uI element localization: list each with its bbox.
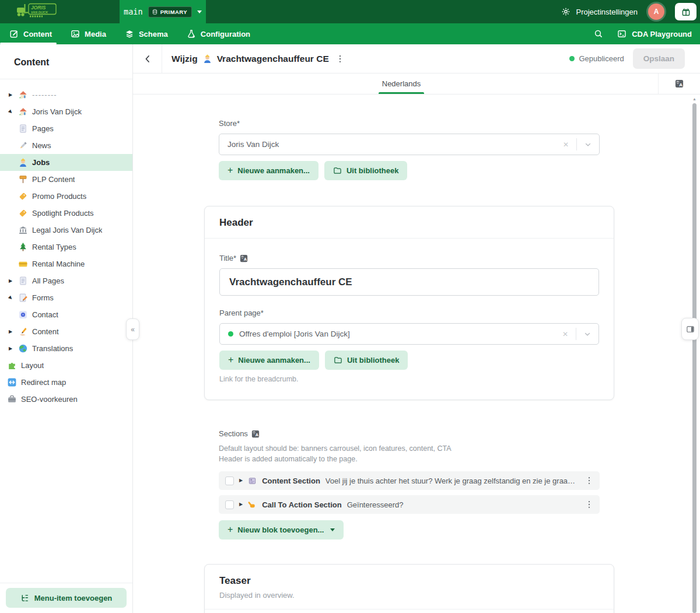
sidebar-item-rental-types[interactable]: ▶Rental Types <box>0 239 132 255</box>
sidebar-item-all-pages[interactable]: ▶All Pages <box>0 272 132 289</box>
add-block-button[interactable]: + Nieuw blok toevoegen... <box>219 520 344 540</box>
sidebar-item-spotlight-products[interactable]: ▶Spotlight Products <box>0 205 132 222</box>
chevron-down-icon <box>330 528 335 531</box>
sidebar-collapse-button[interactable]: « <box>126 318 139 340</box>
sidebar-item-pages[interactable]: ▶Pages <box>0 120 132 137</box>
create-new-label: Nieuwe aanmaken... <box>238 356 310 365</box>
workspace-tab[interactable]: main PRIMARY <box>120 0 206 23</box>
expand-caret-icon[interactable]: ▶ <box>239 502 243 507</box>
terminal-icon <box>617 29 626 38</box>
chevron-down-icon[interactable] <box>583 330 592 338</box>
brand-logo[interactable]: JORIS VAN DIJCK <box>16 2 57 21</box>
from-library-button[interactable]: Uit bibliotheek <box>325 351 408 370</box>
from-library-button[interactable]: Uit bibliotheek <box>324 161 408 180</box>
tag-icon <box>18 208 28 218</box>
nav-item-configuration[interactable]: Configuration <box>187 23 250 44</box>
published-dot-icon <box>569 56 575 61</box>
tree-caret-icon[interactable]: ▶ <box>7 279 14 283</box>
scrollbar-thumb[interactable] <box>692 103 696 613</box>
sidebar-item-label: SEO-voorkeuren <box>21 395 78 404</box>
point-icon <box>248 500 257 509</box>
sidebar-item-label: -------- <box>32 90 57 99</box>
title-input[interactable]: Vrachtwagenchauffeur CE <box>219 268 599 296</box>
plus-icon: + <box>228 525 233 534</box>
sidebar-item-rental-machine[interactable]: ▶Rental Machine <box>0 255 132 272</box>
sidebar-item-news[interactable]: ▶News <box>0 137 132 154</box>
flask-icon <box>187 29 196 38</box>
create-new-button[interactable]: + Nieuwe aanmaken... <box>219 351 319 370</box>
nav-item-label: Schema <box>139 30 168 38</box>
parent-page-label: Parent page* <box>219 309 599 317</box>
translate-icon[interactable]: A <box>675 79 684 88</box>
tree-caret-icon[interactable]: ▶ <box>6 293 15 302</box>
language-tab-bar: Nederlands A <box>133 73 700 94</box>
tree-caret-icon[interactable]: ▶ <box>7 93 14 97</box>
pencil-icon <box>18 141 28 150</box>
sidebar-item-redirect-map[interactable]: Redirect map <box>0 374 132 391</box>
save-button[interactable]: Opslaan <box>633 48 685 69</box>
nav-items: ContentMediaSchemaConfiguration <box>9 23 269 44</box>
more-options-button[interactable] <box>584 476 594 485</box>
clear-icon[interactable]: ✕ <box>555 330 576 338</box>
scrollbar-up-arrow[interactable]: ▲ <box>692 97 696 101</box>
checkbox[interactable] <box>225 477 234 485</box>
chevron-down-icon[interactable] <box>584 141 592 149</box>
teaser-card: Teaser Displayed in overview. Teaser tex… <box>204 564 614 613</box>
header-card-body: Title* A Vrachtwagenchauffeur CE Parent … <box>205 239 614 400</box>
project-settings-button[interactable]: Projectinstellingen <box>561 7 638 16</box>
section-row-content-section[interactable]: ▶Content SectionVoel jij je thuis achter… <box>219 471 600 490</box>
document-icon <box>18 276 28 286</box>
sidebar-item-root-0[interactable]: ▶-------- <box>0 86 132 103</box>
sidebar-item-label: Jobs <box>32 158 50 167</box>
store-label: Store* <box>219 119 614 128</box>
add-menu-item-button[interactable]: Menu-item toevoegen <box>6 588 127 608</box>
sidebar-item-label: Translations <box>32 344 73 353</box>
sidebar-item-legal-joris-van-dijck[interactable]: ▶Legal Joris Van Dijck <box>0 222 132 239</box>
sidebar-item-layout[interactable]: Layout <box>0 357 132 374</box>
form-icon <box>18 293 28 303</box>
clear-icon[interactable]: ✕ <box>555 141 576 149</box>
gift-button[interactable] <box>675 3 696 20</box>
write-icon <box>18 327 28 337</box>
house-icon <box>18 107 28 117</box>
svg-text:A: A <box>244 257 247 262</box>
sidebar-item-promo-products[interactable]: ▶Promo Products <box>0 188 132 205</box>
database-icon <box>152 9 158 15</box>
add-menu-item-label: Menu-item toevoegen <box>34 594 113 603</box>
avatar[interactable]: A <box>648 3 664 20</box>
more-options-button[interactable] <box>332 51 348 66</box>
sidebar-item-jobs[interactable]: ▶Jobs <box>0 154 132 171</box>
sidebar-item-contact[interactable]: ▶Contact <box>0 306 132 323</box>
create-new-button[interactable]: + Nieuwe aanmaken... <box>219 161 318 180</box>
sidebar-item-seo-voorkeuren[interactable]: SEO-voorkeuren <box>0 391 132 408</box>
sidebar-item-joris-van-dijck[interactable]: ▶Joris Van Dijck <box>0 103 132 120</box>
scrollbar[interactable]: ▲ <box>692 97 697 613</box>
nav-item-media[interactable]: Media <box>71 23 106 44</box>
editsquare-icon <box>9 29 19 38</box>
nav-item-schema[interactable]: Schema <box>125 23 168 44</box>
search-icon[interactable] <box>594 29 603 38</box>
sidebar-item-plp-content[interactable]: ▶PLP Content <box>0 171 132 188</box>
published-dot-icon <box>228 331 233 337</box>
back-button[interactable] <box>133 44 162 73</box>
open-panel-button[interactable] <box>681 318 699 340</box>
sections-label-text: Sections <box>219 429 248 438</box>
from-library-label: Uit bibliotheek <box>346 166 399 175</box>
sidebar-item-translations[interactable]: ▶Translations <box>0 340 132 357</box>
section-type: Content Section <box>262 477 320 485</box>
expand-caret-icon[interactable]: ▶ <box>239 478 243 483</box>
tree-caret-icon[interactable]: ▶ <box>7 346 14 351</box>
sidebar-item-content[interactable]: ▶Content <box>0 323 132 340</box>
sidebar-item-forms[interactable]: ▶Forms <box>0 289 132 306</box>
store-select[interactable]: Joris Van Dijck ✕ <box>219 134 600 155</box>
nav-item-content[interactable]: Content <box>9 23 52 44</box>
cda-playground-button[interactable]: CDA Playground <box>617 29 692 38</box>
section-row-call-to-action-section[interactable]: ▶Call To Action SectionGeïnteresseerd? <box>219 495 600 514</box>
more-options-button[interactable] <box>584 500 594 509</box>
tab-nederlands[interactable]: Nederlands <box>379 73 425 94</box>
cda-playground-label: CDA Playground <box>632 30 692 38</box>
tree-caret-icon[interactable]: ▶ <box>6 107 15 115</box>
tree-caret-icon[interactable]: ▶ <box>7 330 14 334</box>
checkbox[interactable] <box>225 500 234 509</box>
parent-page-select[interactable]: Offres d'emploi [Joris Van Dijck] ✕ <box>219 323 599 345</box>
